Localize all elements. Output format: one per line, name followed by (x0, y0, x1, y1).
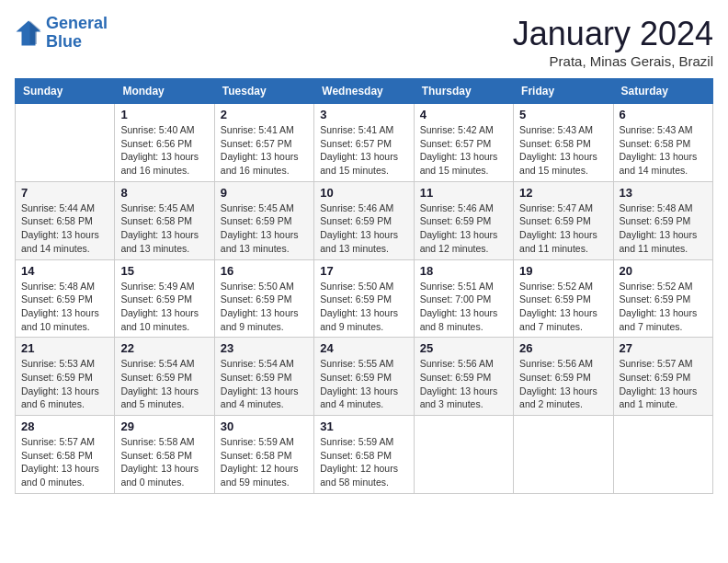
day-number: 15 (120, 264, 208, 278)
day-number: 29 (120, 419, 208, 433)
day-cell: 26Sunrise: 5:56 AM Sunset: 6:59 PM Dayli… (514, 338, 613, 416)
day-info: Sunrise: 5:56 AM Sunset: 6:59 PM Dayligh… (519, 357, 607, 411)
weekday-header-saturday: Saturday (613, 79, 712, 104)
day-number: 21 (21, 341, 108, 355)
weekday-header-monday: Monday (115, 79, 214, 104)
day-cell: 30Sunrise: 5:59 AM Sunset: 6:58 PM Dayli… (214, 416, 313, 494)
calendar-table: SundayMondayTuesdayWednesdayThursdayFrid… (15, 78, 713, 494)
day-cell: 3Sunrise: 5:41 AM Sunset: 6:57 PM Daylig… (314, 104, 414, 182)
day-number: 17 (320, 264, 407, 278)
day-number: 10 (320, 186, 407, 200)
day-cell: 18Sunrise: 5:51 AM Sunset: 7:00 PM Dayli… (414, 259, 513, 338)
day-cell (514, 416, 613, 494)
day-number: 1 (120, 108, 208, 121)
day-number: 20 (620, 264, 707, 278)
day-cell: 5Sunrise: 5:43 AM Sunset: 6:58 PM Daylig… (514, 104, 613, 182)
day-cell: 31Sunrise: 5:59 AM Sunset: 6:58 PM Dayli… (314, 416, 414, 494)
day-info: Sunrise: 5:50 AM Sunset: 6:59 PM Dayligh… (320, 280, 407, 334)
day-number: 9 (221, 186, 308, 200)
day-number: 12 (519, 186, 607, 200)
day-number: 16 (221, 264, 308, 278)
day-cell: 29Sunrise: 5:58 AM Sunset: 6:58 PM Dayli… (115, 416, 214, 494)
week-row-1: 1Sunrise: 5:40 AM Sunset: 6:56 PM Daylig… (16, 104, 713, 182)
day-info: Sunrise: 5:52 AM Sunset: 6:59 PM Dayligh… (519, 280, 607, 334)
day-info: Sunrise: 5:54 AM Sunset: 6:59 PM Dayligh… (120, 357, 208, 411)
weekday-header-wednesday: Wednesday (314, 79, 414, 104)
day-cell: 17Sunrise: 5:50 AM Sunset: 6:59 PM Dayli… (314, 259, 414, 338)
day-info: Sunrise: 5:46 AM Sunset: 6:59 PM Dayligh… (320, 201, 407, 256)
day-cell: 14Sunrise: 5:48 AM Sunset: 6:59 PM Dayli… (16, 259, 115, 338)
day-cell: 19Sunrise: 5:52 AM Sunset: 6:59 PM Dayli… (514, 259, 613, 338)
day-number: 22 (120, 341, 208, 355)
day-cell: 27Sunrise: 5:57 AM Sunset: 6:59 PM Dayli… (613, 338, 712, 416)
day-cell: 12Sunrise: 5:47 AM Sunset: 6:59 PM Dayli… (514, 181, 613, 259)
day-number: 4 (420, 108, 507, 121)
page-header: General Blue January 2024 Prata, Minas G… (15, 15, 713, 69)
day-cell: 22Sunrise: 5:54 AM Sunset: 6:59 PM Dayli… (115, 338, 214, 416)
day-info: Sunrise: 5:52 AM Sunset: 6:59 PM Dayligh… (620, 280, 707, 334)
day-info: Sunrise: 5:49 AM Sunset: 6:59 PM Dayligh… (120, 280, 208, 334)
day-info: Sunrise: 5:48 AM Sunset: 6:59 PM Dayligh… (620, 201, 707, 256)
svg-marker-0 (17, 20, 41, 45)
day-number: 5 (519, 108, 607, 121)
day-info: Sunrise: 5:48 AM Sunset: 6:59 PM Dayligh… (21, 280, 108, 334)
day-number: 28 (21, 419, 108, 433)
day-number: 23 (221, 341, 308, 355)
day-cell: 7Sunrise: 5:44 AM Sunset: 6:58 PM Daylig… (16, 181, 115, 259)
day-number: 19 (519, 264, 607, 278)
day-number: 8 (120, 186, 208, 200)
day-info: Sunrise: 5:56 AM Sunset: 6:59 PM Dayligh… (420, 357, 507, 411)
week-row-2: 7Sunrise: 5:44 AM Sunset: 6:58 PM Daylig… (16, 181, 713, 259)
day-cell (16, 104, 115, 182)
day-number: 25 (420, 341, 507, 355)
day-number: 2 (221, 108, 308, 121)
day-info: Sunrise: 5:46 AM Sunset: 6:59 PM Dayligh… (420, 201, 507, 256)
month-title: January 2024 (513, 15, 713, 53)
day-info: Sunrise: 5:41 AM Sunset: 6:57 PM Dayligh… (320, 123, 407, 178)
day-cell: 16Sunrise: 5:50 AM Sunset: 6:59 PM Dayli… (214, 259, 313, 338)
day-number: 3 (320, 108, 407, 121)
day-info: Sunrise: 5:44 AM Sunset: 6:58 PM Dayligh… (21, 201, 108, 256)
weekday-header-tuesday: Tuesday (214, 79, 313, 104)
day-info: Sunrise: 5:54 AM Sunset: 6:59 PM Dayligh… (221, 357, 308, 411)
day-info: Sunrise: 5:41 AM Sunset: 6:57 PM Dayligh… (221, 123, 308, 178)
day-info: Sunrise: 5:58 AM Sunset: 6:58 PM Dayligh… (120, 435, 208, 489)
week-row-5: 28Sunrise: 5:57 AM Sunset: 6:58 PM Dayli… (16, 416, 713, 494)
svg-marker-1 (30, 20, 41, 44)
day-number: 24 (320, 341, 407, 355)
day-info: Sunrise: 5:43 AM Sunset: 6:58 PM Dayligh… (519, 123, 607, 178)
day-cell: 24Sunrise: 5:55 AM Sunset: 6:59 PM Dayli… (314, 338, 414, 416)
day-info: Sunrise: 5:59 AM Sunset: 6:58 PM Dayligh… (221, 435, 308, 489)
day-cell: 13Sunrise: 5:48 AM Sunset: 6:59 PM Dayli… (613, 181, 712, 259)
week-row-4: 21Sunrise: 5:53 AM Sunset: 6:59 PM Dayli… (16, 338, 713, 416)
day-info: Sunrise: 5:42 AM Sunset: 6:57 PM Dayligh… (420, 123, 507, 178)
logo: General Blue (15, 15, 108, 52)
day-cell (613, 416, 712, 494)
title-block: January 2024 Prata, Minas Gerais, Brazil (513, 15, 713, 69)
logo-icon (15, 19, 42, 47)
day-info: Sunrise: 5:50 AM Sunset: 6:59 PM Dayligh… (221, 280, 308, 334)
day-cell: 28Sunrise: 5:57 AM Sunset: 6:58 PM Dayli… (16, 416, 115, 494)
day-cell: 25Sunrise: 5:56 AM Sunset: 6:59 PM Dayli… (414, 338, 513, 416)
day-info: Sunrise: 5:53 AM Sunset: 6:59 PM Dayligh… (21, 357, 108, 411)
day-cell: 9Sunrise: 5:45 AM Sunset: 6:59 PM Daylig… (214, 181, 313, 259)
day-number: 14 (21, 264, 108, 278)
day-cell: 10Sunrise: 5:46 AM Sunset: 6:59 PM Dayli… (314, 181, 414, 259)
weekday-header-thursday: Thursday (414, 79, 513, 104)
day-info: Sunrise: 5:55 AM Sunset: 6:59 PM Dayligh… (320, 357, 407, 411)
day-cell: 1Sunrise: 5:40 AM Sunset: 6:56 PM Daylig… (115, 104, 214, 182)
day-number: 11 (420, 186, 507, 200)
day-cell: 20Sunrise: 5:52 AM Sunset: 6:59 PM Dayli… (613, 259, 712, 338)
day-info: Sunrise: 5:45 AM Sunset: 6:58 PM Dayligh… (120, 201, 208, 256)
day-number: 18 (420, 264, 507, 278)
day-cell: 8Sunrise: 5:45 AM Sunset: 6:58 PM Daylig… (115, 181, 214, 259)
day-number: 31 (320, 419, 407, 433)
logo-text: General Blue (46, 15, 108, 52)
day-cell: 15Sunrise: 5:49 AM Sunset: 6:59 PM Dayli… (115, 259, 214, 338)
weekday-header-sunday: Sunday (16, 79, 115, 104)
day-info: Sunrise: 5:57 AM Sunset: 6:59 PM Dayligh… (620, 357, 707, 411)
day-cell: 6Sunrise: 5:43 AM Sunset: 6:58 PM Daylig… (613, 104, 712, 182)
day-info: Sunrise: 5:47 AM Sunset: 6:59 PM Dayligh… (519, 201, 607, 256)
day-cell: 2Sunrise: 5:41 AM Sunset: 6:57 PM Daylig… (214, 104, 313, 182)
day-cell: 11Sunrise: 5:46 AM Sunset: 6:59 PM Dayli… (414, 181, 513, 259)
